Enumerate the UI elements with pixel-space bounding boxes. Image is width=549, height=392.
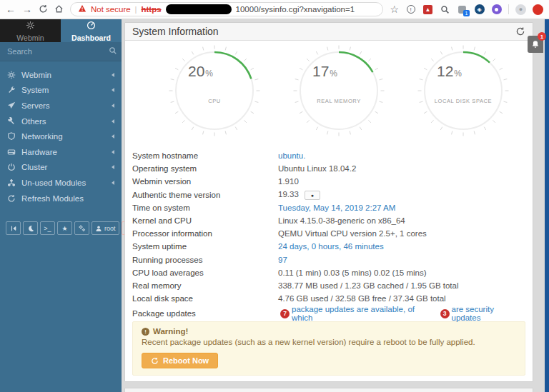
extension-pdf-icon[interactable]: ▲ [422, 4, 433, 15]
table-row: Kernel and CPULinux 4.15.0-38-generic on… [132, 214, 525, 227]
sidebar-item-webmin[interactable]: Webmin [0, 67, 122, 83]
table-row: Authentic theme version 19.33● [132, 189, 525, 201]
gauge-memory-value: 17% [312, 63, 337, 80]
sidebar-item-unused-modules[interactable]: Un-used Modules [0, 175, 122, 191]
gauge-disk-label: LOCAL DISK SPACE [417, 98, 509, 104]
sidebar-item-servers[interactable]: Servers [0, 98, 122, 114]
profile-avatar[interactable]: ● [515, 4, 526, 15]
system-information-panel: System Information 20% CPU [124, 22, 533, 382]
tab-dashboard-label: Dashboard [71, 34, 111, 42]
hard-drive-icon [7, 148, 21, 156]
sidebar-item-refresh-modules[interactable]: Refresh Modules [0, 191, 122, 206]
sidebar-item-hardware[interactable]: Hardware [0, 144, 122, 160]
webmin-logo-icon [26, 20, 35, 33]
sidebar-item-label: Refresh Modules [21, 194, 84, 203]
sidebar-item-cluster[interactable]: Cluster [0, 160, 122, 176]
table-row: CPU load averages0.11 (1 min) 0.03 (5 mi… [132, 266, 525, 279]
night-mode-button[interactable] [23, 221, 38, 235]
notifications-button[interactable]: 1 [528, 36, 543, 53]
warning-triangle-icon [78, 4, 86, 14]
gauge-disk-value: 12% [437, 63, 462, 80]
sidebar-item-label: Servers [21, 101, 50, 110]
browser-extensions: ☆ ! ▲ 1 ◈ ● [390, 4, 543, 15]
gauge-cpu-label: CPU [169, 98, 260, 104]
url-bar[interactable]: Not secure | https 10000/sysinfo.cgi?xna… [70, 2, 383, 16]
tab-webmin[interactable]: Webmin [0, 19, 61, 42]
chevron-left-icon [112, 104, 114, 108]
sidebar-item-label: Un-used Modules [21, 179, 86, 187]
sidebar-item-system[interactable]: System [0, 83, 122, 99]
forward-icon[interactable]: → [22, 4, 32, 14]
warning-text: Recent package updates (such as a new ke… [142, 338, 516, 346]
extension-search-icon[interactable] [440, 4, 450, 15]
bookmark-star-icon[interactable]: ☆ [390, 4, 399, 14]
exclamation-circle-icon: ! [142, 328, 149, 336]
sidebar-item-label: Hardware [21, 148, 57, 156]
extension-purple-icon[interactable] [491, 4, 502, 15]
theme-info-button[interactable]: ● [305, 191, 320, 200]
reload-icon[interactable] [39, 4, 48, 15]
dashboard-gauge-icon [86, 20, 96, 33]
gauge-cpu-value: 20% [188, 63, 213, 80]
tab-webmin-label: Webmin [16, 34, 44, 42]
gauge-memory-label: REAL MEMORY [293, 98, 385, 104]
security-label: Not secure [91, 5, 131, 14]
omnibox-divider: | [135, 5, 137, 14]
terminal-button[interactable]: >_ [40, 221, 55, 235]
chevron-left-icon [112, 88, 114, 92]
chevron-left-icon [112, 150, 114, 154]
gauge-real-memory: 17% REAL MEMORY [293, 45, 385, 146]
package-updates-link[interactable]: 7 package updates are available, of whic… [278, 305, 525, 322]
sidebar-menu: Webmin System Servers Others [0, 61, 122, 206]
panel-header: System Information [125, 23, 533, 41]
chevron-left-icon [112, 73, 114, 77]
extension-compass-icon[interactable]: ◈ [474, 4, 485, 15]
recent-logins-panel[interactable]: Recent Logins [124, 388, 533, 392]
url-redaction-blob [166, 4, 232, 14]
back-icon[interactable]: ← [6, 4, 16, 14]
uptime-link[interactable]: 24 days, 0 hours, 46 minutes [278, 242, 525, 251]
shield-icon [7, 132, 21, 141]
search-icon[interactable] [109, 45, 117, 58]
chevron-left-icon [112, 181, 114, 185]
sitemap-icon [7, 179, 21, 187]
table-row-package-updates: Package updates 7 package updates are av… [132, 305, 525, 318]
sidebar: Webmin Dashboard Webmin [0, 19, 122, 392]
user-button[interactable]: root [92, 221, 119, 235]
sidebar-item-label: Networking [21, 132, 63, 141]
url-scheme: https [141, 5, 161, 14]
chevron-left-icon [112, 165, 114, 169]
time-on-system-link[interactable]: Tuesday, May 14, 2019 2:27 AM [278, 203, 525, 212]
sidebar-item-others[interactable]: Others [0, 114, 122, 129]
extension-badged-icon[interactable]: 1 [457, 4, 468, 15]
hostname-link[interactable]: ubuntu. [278, 151, 525, 160]
power-icon [7, 163, 21, 171]
table-row: Operating systemUbuntu Linux 18.04.2 [132, 162, 525, 175]
extension-info-icon[interactable]: ! [405, 4, 416, 15]
reboot-now-button[interactable]: Reboot Now [142, 353, 218, 368]
refresh-panel-icon[interactable] [515, 26, 525, 36]
page-title: System Information [132, 26, 219, 37]
gauge-local-disk: 12% LOCAL DISK SPACE [417, 45, 509, 146]
main-content: System Information 20% CPU [122, 19, 545, 392]
sidebar-item-label: Others [21, 117, 46, 126]
settings-button[interactable] [74, 221, 89, 235]
home-icon[interactable] [54, 4, 64, 15]
favorites-button[interactable]: ★ [57, 221, 72, 235]
sidebar-item-networking[interactable]: Networking [0, 129, 122, 144]
panel-body: 20% CPU 17% REAL MEMORY [125, 41, 533, 381]
search-input[interactable] [7, 47, 109, 56]
gauge-cpu: 20% CPU [169, 45, 260, 146]
gauge-disk-chart [417, 45, 509, 136]
security-updates-count-badge: 3 [440, 309, 450, 318]
gauge-memory-chart [293, 45, 385, 136]
browser-red-icon[interactable] [533, 4, 543, 15]
page-scrollbar[interactable] [545, 19, 549, 392]
tab-dashboard[interactable]: Dashboard [61, 19, 122, 42]
sidebar-search [0, 42, 122, 61]
gauges-row: 20% CPU 17% REAL MEMORY [132, 44, 525, 148]
notifications-badge: 1 [538, 32, 546, 41]
running-processes-link[interactable]: 97 [278, 256, 525, 264]
collapse-sidebar-button[interactable] [6, 221, 21, 235]
sidebar-item-label: Webmin [21, 71, 51, 79]
